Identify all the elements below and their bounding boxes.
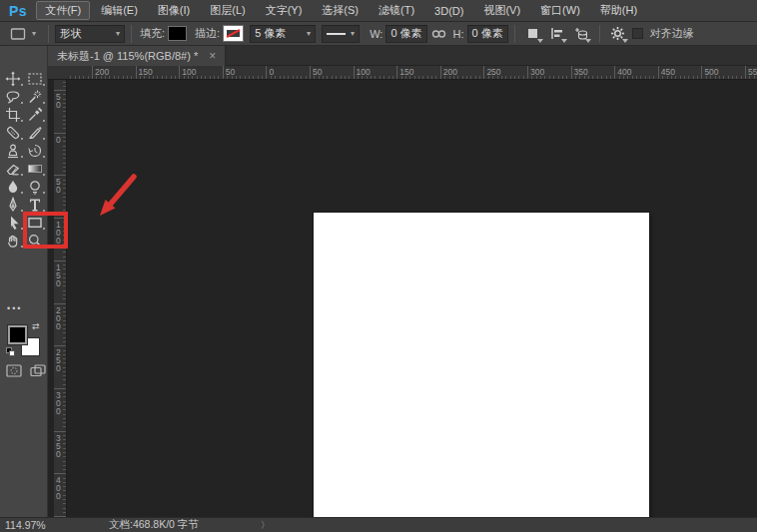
marquee-tool[interactable] <box>25 70 46 88</box>
fill-color-swatch[interactable] <box>168 26 187 41</box>
menu-item-9[interactable]: 窗口(W) <box>531 1 589 20</box>
horizontal-ruler[interactable]: 2001501005005010015020025030035040045050… <box>48 66 757 80</box>
tool-options-bar: ▾ 形状 ▾ 填充: 描边: 5 像素 ▾ ▾ W: 0 像素 H: 0 像素 <box>0 22 757 46</box>
h-ruler-label: 200 <box>95 67 109 77</box>
v-ruler-label: 0 <box>56 136 64 144</box>
width-label: W: <box>370 28 382 40</box>
stroke-color-swatch[interactable] <box>223 25 244 42</box>
tool-flyout-dot <box>21 84 23 86</box>
path-alignment-button[interactable] <box>547 24 567 44</box>
history-brush-tool[interactable] <box>25 142 46 160</box>
menu-item-5[interactable]: 选择(S) <box>313 1 368 20</box>
chevron-down-icon: ▾ <box>116 29 120 38</box>
h-ruler-label: 400 <box>617 67 631 77</box>
menu-item-8[interactable]: 视图(V) <box>474 1 529 20</box>
lasso-tool[interactable] <box>3 88 24 106</box>
h-ruler-label: 100 <box>182 67 196 77</box>
divider <box>131 25 132 43</box>
shape-width-value: 0 像素 <box>390 26 421 41</box>
tool-flyout-dot <box>43 192 45 194</box>
menu-item-1[interactable]: 编辑(E) <box>92 1 147 20</box>
status-options-chevron[interactable]: 〉 <box>261 519 270 532</box>
tool-mode-select[interactable]: 形状 ▾ <box>55 25 125 43</box>
pen-tool[interactable] <box>3 196 24 214</box>
h-ruler-label: 550 <box>748 67 757 77</box>
stroke-type-select[interactable]: ▾ <box>322 25 360 43</box>
h-ruler-label: 50 <box>313 67 322 77</box>
healing-brush-tool[interactable] <box>3 124 24 142</box>
hand-tool[interactable] <box>3 232 24 250</box>
screen-mode-button[interactable] <box>30 363 46 381</box>
document-tab-title: 未标题-1 @ 115%(RGB/8#) * <box>57 49 198 64</box>
menu-item-10[interactable]: 帮助(H) <box>591 1 646 20</box>
menu-item-2[interactable]: 图像(I) <box>149 1 199 20</box>
gradient-tool[interactable] <box>25 160 46 178</box>
eyedropper-tool[interactable] <box>25 106 46 124</box>
screen-mode-icon <box>30 364 46 377</box>
menu-item-4[interactable]: 文字(Y) <box>257 1 312 20</box>
tool-flyout-dot <box>43 174 45 176</box>
tools-panel: ••• ⇄ <box>0 46 48 517</box>
magic-wand-tool[interactable] <box>25 88 46 106</box>
h-ruler-label: 500 <box>704 67 718 77</box>
path-operations-button[interactable] <box>523 24 543 44</box>
link-dimensions-button[interactable] <box>429 24 449 44</box>
brush-tool[interactable] <box>25 124 46 142</box>
status-bar: 114.97% 文档:468.8K/0 字节 〉 <box>0 517 757 532</box>
vertical-ruler[interactable]: 50050100150200250300350400450 <box>54 80 67 517</box>
menu-item-7[interactable]: 3D(D) <box>425 3 472 19</box>
dodge-tool[interactable] <box>25 178 46 196</box>
tool-flyout-dot <box>21 120 23 122</box>
tool-flyout-dot <box>43 84 45 86</box>
no-color-icon <box>224 26 243 41</box>
geometry-options-button[interactable] <box>608 24 628 44</box>
tool-flyout-dot <box>21 156 23 158</box>
chevron-down-icon <box>585 39 591 43</box>
v-ruler-label: 50 <box>56 178 64 194</box>
tool-flyout-dot <box>43 138 45 140</box>
v-ruler-label: 350 <box>56 434 64 458</box>
path-arrangement-button[interactable] <box>571 24 591 44</box>
blur-tool[interactable] <box>3 178 24 196</box>
align-edges-checkbox[interactable] <box>632 28 643 39</box>
tool-preset-picker[interactable]: ▾ <box>6 24 40 44</box>
default-colors-icon[interactable] <box>6 347 15 356</box>
menu-item-3[interactable]: 图层(L) <box>201 1 254 20</box>
tool-mode-value: 形状 <box>60 26 82 41</box>
shape-height-input[interactable]: 0 像素 <box>467 25 508 43</box>
crop-tool[interactable] <box>3 106 24 124</box>
h-ruler-label: 100 <box>357 67 371 77</box>
h-ruler-label: 300 <box>530 67 544 77</box>
move-tool[interactable] <box>3 70 24 88</box>
foreground-color-swatch[interactable] <box>8 325 27 344</box>
swap-colors-icon[interactable]: ⇄ <box>32 321 40 331</box>
h-ruler-label: 250 <box>486 67 500 77</box>
menu-item-0[interactable]: 文件(F) <box>36 1 90 20</box>
chain-link-icon <box>431 29 446 39</box>
document-canvas[interactable] <box>314 213 649 532</box>
v-ruler-label: 300 <box>56 391 64 415</box>
annotation-arrow <box>96 172 138 220</box>
tool-flyout-dot <box>43 156 45 158</box>
zoom-level-field[interactable]: 114.97% <box>5 519 67 531</box>
stroke-width-select[interactable]: 5 像素 ▾ <box>250 25 316 43</box>
canvas-workspace[interactable] <box>48 80 757 517</box>
tool-flyout-dot <box>21 192 23 194</box>
h-ruler-label: 0 <box>269 67 274 77</box>
clone-stamp-tool[interactable] <box>3 142 24 160</box>
tool-flyout-dot <box>43 102 45 104</box>
edit-toolbar-button[interactable]: ••• <box>7 303 22 313</box>
shape-width-input[interactable]: 0 像素 <box>385 25 426 43</box>
quick-mask-icon <box>6 364 22 377</box>
menu-item-6[interactable]: 滤镜(T) <box>370 1 423 20</box>
chevron-down-icon: ▾ <box>32 29 36 38</box>
path-selection-tool[interactable] <box>3 214 24 232</box>
chevron-down-icon <box>622 39 628 43</box>
quick-mask-button[interactable] <box>6 363 22 381</box>
tool-flyout-dot <box>21 138 23 140</box>
close-tab-icon[interactable]: × <box>209 51 216 61</box>
v-ruler-label: 150 <box>56 264 64 287</box>
chevron-down-icon <box>537 39 543 43</box>
eraser-tool[interactable] <box>3 160 24 178</box>
document-tab[interactable]: 未标题-1 @ 115%(RGB/8#) * × <box>48 46 226 66</box>
